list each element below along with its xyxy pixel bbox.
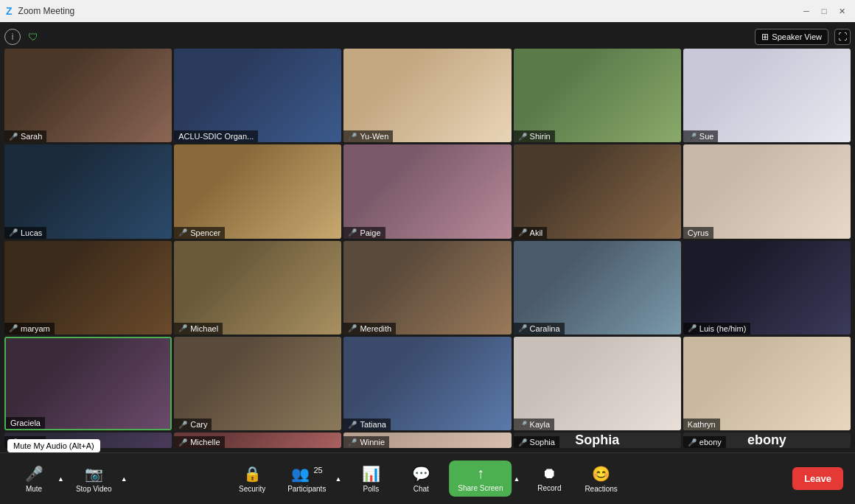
leave-button[interactable]: Leave (792, 467, 843, 490)
muted-icon: 🎤 (9, 133, 18, 141)
participant-name-cyrus: Cyrus (683, 227, 713, 239)
muted-icon: 🎤 (688, 438, 697, 447)
muted-icon: 🎤 (688, 324, 697, 332)
participants-button[interactable]: 👥 25 Participants (280, 462, 333, 496)
share-screen-arrow[interactable]: ▲ (512, 472, 521, 486)
participant-name-meredith: 🎤Meredith (343, 323, 396, 335)
video-cell-kayla: 🎤Kayla (514, 337, 681, 430)
polls-button[interactable]: 📊 Polls (349, 462, 393, 496)
name-label-sophia: Sophia (530, 438, 555, 447)
participant-name-spencer: 🎤Spencer (174, 227, 225, 239)
close-button[interactable]: ✕ (834, 4, 849, 18)
name-label-akil: Akil (530, 228, 543, 237)
participants-icon: 👥 25 (291, 465, 323, 483)
toolbar-right: Leave (792, 467, 843, 490)
video-control: 📷 Stop Video ▲ (69, 462, 129, 496)
participants-label: Participants (287, 485, 326, 493)
speaker-view-label: Speaker View (772, 32, 822, 41)
stop-video-label: Stop Video (76, 485, 112, 493)
minimize-button[interactable]: ─ (799, 4, 814, 18)
name-display-sophia: Sophia (575, 433, 619, 448)
participant-name-sarah: 🎤Sarah (4, 130, 46, 142)
reactions-label: Reactions (584, 485, 617, 493)
name-label-aclu: ACLU-SDIC Organ... (178, 132, 254, 141)
video-arrow[interactable]: ▲ (119, 472, 129, 486)
name-label-caralina: Caralina (530, 324, 560, 333)
video-cell-graciela: Graciela (4, 337, 172, 430)
participant-count: 25 (313, 466, 322, 475)
participant-name-michelle: 🎤Michelle (174, 436, 224, 448)
muted-icon: 🎤 (348, 228, 357, 237)
video-cell-sarah: 🎤Sarah (4, 49, 172, 142)
video-cell-sophia: Sophia🎤Sophia (514, 433, 681, 448)
window-controls: ─ □ ✕ (799, 4, 849, 18)
name-label-shirin: Shirin (530, 132, 551, 141)
fullscreen-button[interactable]: ⛶ (834, 29, 851, 45)
video-cell-meredith: 🎤Meredith (343, 241, 511, 335)
muted-icon: 🎤 (178, 228, 187, 237)
participant-name-kayla: 🎤Kayla (514, 419, 555, 430)
name-display-ebony: ebony (747, 433, 786, 448)
info-button[interactable]: i (4, 29, 21, 45)
participant-name-luis: 🎤Luis (he/him) (683, 323, 751, 335)
participant-name-paige: 🎤Paige (343, 227, 385, 239)
name-label-maryam: maryam (21, 324, 50, 333)
reactions-icon: 😊 (592, 465, 610, 483)
video-cell-spencer: 🎤Spencer (174, 144, 341, 238)
mute-label: Mute (26, 485, 42, 493)
muted-icon: 🎤 (518, 438, 527, 447)
mute-tooltip: Mute My Audio (Alt+A) (7, 439, 100, 452)
security-button[interactable]: 🔒 Security (230, 462, 274, 496)
video-icon: 📷 (85, 465, 103, 483)
video-cell-lucas: 🎤Lucas (4, 144, 172, 238)
reactions-button[interactable]: 😊 Reactions (577, 462, 624, 496)
name-label-tatiana: Tatiana (360, 420, 385, 429)
participant-name-akil: 🎤Akil (514, 227, 548, 239)
participant-name-aclu: ACLU-SDIC Organ... (174, 130, 258, 142)
participants-arrow[interactable]: ▲ (333, 472, 343, 486)
chat-button[interactable]: 💬 Chat (399, 462, 443, 496)
video-cell-luis: 🎤Luis (he/him) (683, 241, 851, 335)
name-label-cyrus: Cyrus (688, 228, 709, 237)
name-label-luis: Luis (he/him) (699, 324, 747, 333)
video-cell-akil: 🎤Akil (514, 144, 681, 238)
name-label-sue: Sue (699, 132, 714, 141)
video-cell-ebony: ebony🎤ebony (683, 433, 851, 448)
name-label-michelle: Michelle (190, 438, 220, 447)
maximize-button[interactable]: □ (817, 4, 831, 18)
muted-icon: 🎤 (518, 133, 527, 141)
participant-name-caralina: 🎤Caralina (514, 323, 565, 335)
muted-icon: 🎤 (9, 228, 18, 237)
muted-icon: 🎤 (178, 324, 187, 332)
video-cell-cary: 🎤Cary (174, 337, 341, 430)
video-cell-sue: 🎤Sue (683, 49, 851, 142)
speaker-view-button[interactable]: ⊞ Speaker View (755, 29, 828, 45)
name-label-lucas: Lucas (21, 228, 42, 237)
record-button[interactable]: ⏺ Record (527, 462, 571, 495)
participant-name-shirin: 🎤Shirin (514, 130, 555, 142)
muted-icon: 🎤 (518, 324, 527, 332)
muted-icon: 🎤 (518, 421, 527, 429)
participant-name-lucas: 🎤Lucas (4, 227, 46, 239)
participant-name-graciela: Graciela (6, 417, 45, 429)
share-screen-icon: ↑ (477, 465, 484, 482)
meeting-area: i 🛡 ⊞ Speaker View ⛶ 🎤SarahACLU-SDIC Org… (0, 22, 855, 452)
participant-name-michael: 🎤Michael (174, 323, 223, 335)
participant-name-kathryn: Kathryn (683, 419, 720, 430)
video-cell-cyrus: Cyrus (683, 144, 851, 238)
video-cell-michelle: 🎤Michelle (174, 433, 341, 448)
participant-name-maryam: 🎤maryam (4, 323, 55, 335)
mute-arrow[interactable]: ▲ (56, 472, 66, 486)
share-screen-button[interactable]: ↑ Share Screen (449, 461, 512, 497)
name-label-yuwen: Yu-Wen (360, 132, 388, 141)
name-label-meredith: Meredith (360, 324, 391, 333)
muted-icon: 🎤 (178, 421, 187, 429)
video-cell-tatiana: 🎤Tatiana (343, 337, 511, 430)
record-label: Record (537, 484, 561, 492)
toolbar-left: 🎤 Mute ▲ 📷 Stop Video ▲ (12, 462, 129, 496)
mute-button[interactable]: 🎤 Mute (12, 462, 56, 496)
stop-video-button[interactable]: 📷 Stop Video (69, 462, 119, 496)
participant-name-tatiana: 🎤Tatiana (343, 419, 390, 430)
muted-icon: 🎤 (348, 324, 357, 332)
record-icon: ⏺ (542, 465, 556, 482)
